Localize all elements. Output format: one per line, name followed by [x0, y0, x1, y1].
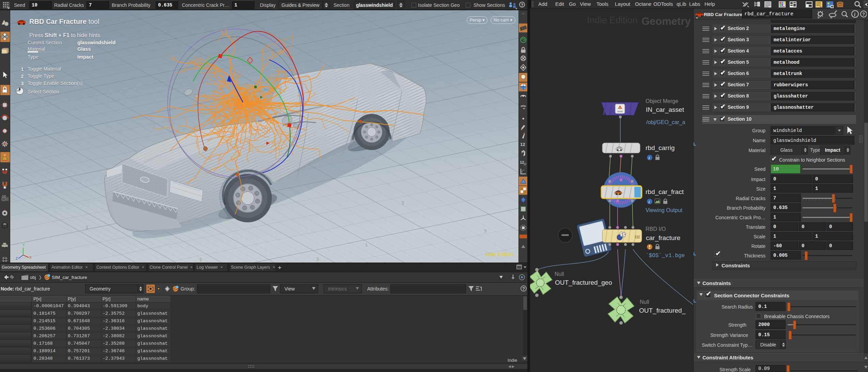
- svg-text:RBD I/O: RBD I/O: [646, 226, 666, 232]
- svg-text:OUT_fractured_geo: OUT_fractured_geo: [555, 279, 612, 286]
- svg-text:`$OS`_v1.bge: `$OS`_v1.bge: [646, 253, 685, 259]
- svg-text:Y: Y: [22, 243, 25, 247]
- svg-text:Object Merge: Object Merge: [646, 98, 678, 104]
- svg-text:Null: Null: [555, 271, 564, 277]
- svg-text:i: i: [854, 12, 855, 17]
- svg-text:OUT_fractured_: OUT_fractured_: [639, 307, 686, 314]
- svg-text:rbd_carrig: rbd_carrig: [646, 144, 675, 152]
- svg-text:IN_car_asset: IN_car_asset: [646, 106, 684, 114]
- svg-text:Z: Z: [16, 257, 18, 261]
- svg-text:Null: Null: [640, 299, 649, 305]
- svg-text:rbd_car_fract: rbd_car_fract: [646, 188, 684, 196]
- svg-text:car_fracture: car_fracture: [646, 234, 680, 242]
- svg-text:Viewing Output: Viewing Output: [646, 207, 683, 213]
- svg-text:X: X: [29, 256, 32, 259]
- svg-text:/obj/GEO_car_a: /obj/GEO_car_a: [646, 119, 685, 125]
- svg-text:Geometry: Geometry: [641, 15, 691, 27]
- svg-text:Indie Edition: Indie Edition: [587, 15, 638, 25]
- svg-text:?: ?: [862, 12, 865, 17]
- svg-text:12: 12: [520, 160, 524, 164]
- svg-text:12: 12: [520, 142, 525, 147]
